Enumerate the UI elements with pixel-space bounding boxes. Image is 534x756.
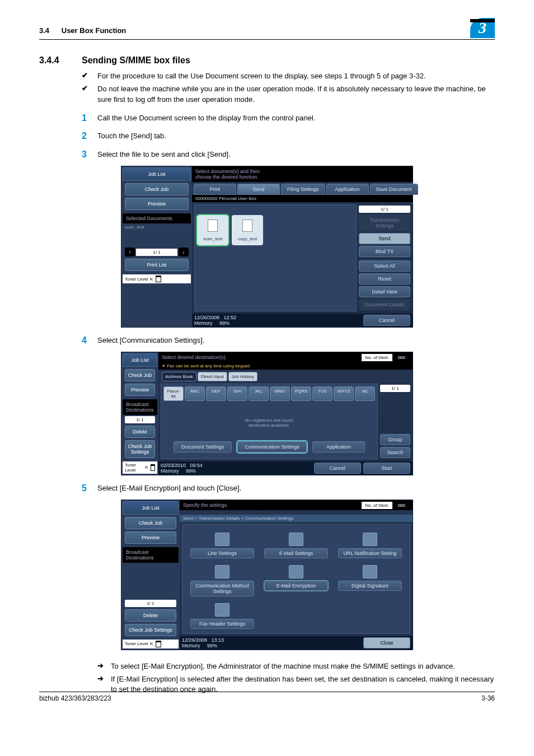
toner-k-label: K — [150, 641, 153, 646]
job-list-button[interactable]: Job List — [123, 501, 179, 515]
application-button[interactable]: Application — [312, 441, 365, 452]
search-button[interactable]: Search — [380, 447, 410, 458]
selected-documents-label: Selected Documents — [123, 213, 191, 223]
toner-bar-icon — [156, 276, 161, 282]
check-job-button[interactable]: Check Job — [125, 517, 176, 529]
document-details-button[interactable]: Document Details — [359, 299, 410, 310]
send-button[interactable]: Send — [359, 233, 410, 244]
page-indicator: 1/ 1 — [359, 206, 410, 213]
tab-application[interactable]: Application — [326, 184, 369, 195]
delete-button[interactable]: Delete — [125, 609, 176, 622]
nav-down-icon[interactable]: ↓ — [179, 248, 189, 256]
key-abc[interactable]: ABC — [185, 386, 205, 401]
preview-button[interactable]: Preview — [125, 384, 155, 396]
fax-header-icon — [215, 603, 229, 617]
url-notification-button[interactable]: URL Notification Setting — [338, 548, 402, 558]
step-1: 1 Call the Use Document screen to the di… — [82, 113, 495, 124]
key-tuv[interactable]: TUV — [312, 386, 332, 401]
step-text: Touch the [Send] tab. — [97, 131, 166, 142]
file-thumb-copy-test[interactable]: copy_test — [232, 215, 263, 245]
thumb-label: scan_test — [203, 236, 222, 241]
nav-page-indicator: 1/ 1 — [125, 600, 176, 607]
tab-send[interactable]: Send — [237, 184, 280, 195]
selected-file-name: scan_test — [121, 223, 192, 231]
status-memory-pct: 99% — [207, 643, 217, 648]
job-list-button[interactable]: Job List — [123, 353, 157, 367]
digital-signature-icon — [363, 565, 377, 578]
tab-save-document[interactable]: Save Document — [370, 184, 418, 195]
tab-filing-settings[interactable]: Filing Settings — [281, 184, 325, 195]
bullet-item: ✔ Do not leave the machine while you are… — [82, 84, 495, 105]
dest-count-chip: No. of Dest. 000 — [362, 354, 411, 361]
toner-level-meter: Toner Level K — [123, 461, 157, 474]
key-favorite[interactable]: Favor-ite — [163, 386, 184, 401]
status-memory-label: Memory — [194, 320, 213, 326]
transmission-settings-button[interactable]: Transmission Settings — [359, 214, 410, 231]
broadcast-destinations-label: Broadcast Destinations — [123, 399, 157, 415]
group-button[interactable]: Group — [380, 434, 410, 445]
status-time: 12:52 — [224, 315, 237, 320]
tab-print[interactable]: Print — [194, 184, 236, 195]
header-title: User Box Function — [62, 26, 127, 35]
select-all-button[interactable]: Select All — [359, 260, 410, 272]
nav-up-icon[interactable]: ↑ — [125, 248, 135, 256]
key-mno[interactable]: MNO — [270, 386, 290, 401]
status-memory-label: Memory — [161, 468, 179, 474]
cancel-button[interactable]: Cancel — [314, 463, 361, 474]
bullet-item: ✔ For the procedure to call the Use Docu… — [82, 71, 495, 82]
line-settings-button[interactable]: Line Settings — [190, 548, 254, 558]
check-job-button[interactable]: Check Job — [125, 369, 155, 381]
fax-header-button[interactable]: Fax Header Settings — [190, 619, 254, 629]
detail-view-button[interactable]: Detail View — [359, 286, 410, 297]
tab-direct-input[interactable]: Direct Input — [198, 372, 227, 381]
breadcrumb: Send > Transmission Details > Communicat… — [180, 515, 413, 522]
document-settings-button[interactable]: Document Settings — [174, 441, 232, 452]
job-list-button[interactable]: Job List — [123, 167, 191, 181]
close-button[interactable]: Close — [363, 637, 410, 648]
email-encryption-icon — [289, 565, 303, 578]
page-icon — [242, 220, 252, 232]
key-wxyz[interactable]: WXYZ — [334, 386, 354, 401]
toner-bar-icon — [151, 464, 155, 471]
step-2: 2 Touch the [Send] tab. — [82, 131, 495, 142]
status-time: 09:54 — [190, 463, 203, 468]
key-ghi[interactable]: GHI — [227, 386, 247, 401]
chip-value: 000 — [392, 354, 411, 361]
delete-button[interactable]: Delete — [125, 426, 155, 438]
tab-address-book[interactable]: Address Book — [162, 372, 196, 381]
key-def[interactable]: DEF — [206, 386, 226, 401]
page-footer: bizhub 423/363/283/223 3-36 — [39, 692, 495, 702]
bullet-text: Do not leave the machine while you are i… — [97, 84, 495, 105]
step-number: 5 — [82, 483, 97, 494]
start-button[interactable]: Start — [363, 463, 410, 474]
print-list-button[interactable]: Print List — [125, 259, 189, 271]
toner-level-meter: Toner Level K — [123, 274, 191, 283]
tab-job-history[interactable]: Job History — [228, 372, 257, 381]
key-jkl[interactable]: JKL — [249, 386, 269, 401]
check-icon: ✔ — [82, 71, 97, 82]
key-etc[interactable]: etc — [355, 386, 375, 401]
cancel-button[interactable]: Cancel — [363, 315, 410, 326]
note-text: To select [E-Mail Encryption], the Admin… — [111, 661, 455, 672]
key-pqrs[interactable]: PQRS — [291, 386, 311, 401]
footer-page: 3-36 — [481, 694, 495, 702]
bind-tx-button[interactable]: Bind TX — [359, 246, 410, 257]
check-job-settings-button[interactable]: Check Job Settings — [125, 624, 176, 636]
file-thumb-scan-test[interactable]: scan_test — [197, 215, 228, 245]
digital-signature-button[interactable]: Digital Signature — [338, 581, 402, 591]
status-date: 02/03/2010 — [161, 463, 186, 468]
email-encryption-button[interactable]: E-Mail Encryption — [264, 581, 328, 591]
dest-count-chip: No. of Dest. 000 — [362, 502, 411, 509]
status-memory-pct: 99% — [186, 468, 196, 474]
reset-button[interactable]: Reset — [359, 273, 410, 284]
communication-settings-button[interactable]: Communication Settings — [237, 441, 307, 452]
preview-button[interactable]: Preview — [125, 198, 189, 210]
comm-method-button[interactable]: Communication Method Settings — [190, 581, 254, 596]
email-settings-button[interactable]: E-Mail Settings — [264, 548, 328, 558]
step-text: Call the Use Document screen to the disp… — [97, 113, 315, 124]
check-job-settings-button[interactable]: Check Job Settings — [125, 440, 155, 458]
toner-k-label: K — [150, 277, 153, 282]
status-date: 12/26/2008 — [194, 315, 219, 320]
check-job-button[interactable]: Check Job — [125, 183, 189, 195]
preview-button[interactable]: Preview — [125, 531, 176, 544]
